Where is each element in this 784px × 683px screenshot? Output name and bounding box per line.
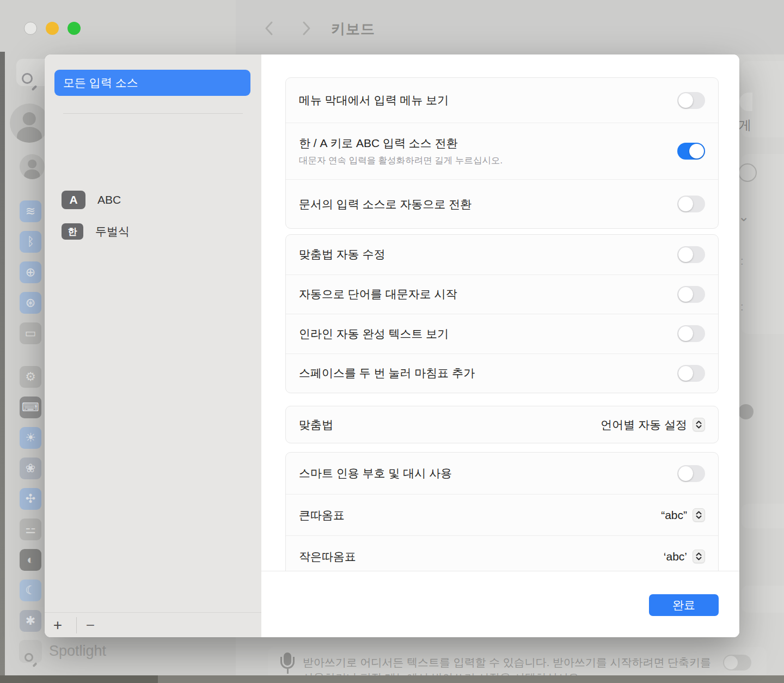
setting-label: 인라인 자동 완성 텍스트 보기: [299, 326, 449, 342]
done-button[interactable]: 완료: [649, 594, 719, 616]
background-chevron-fragment: ⌄: [738, 209, 749, 224]
hangul-badge-icon: 한: [62, 223, 83, 240]
han-a-key-switch-toggle[interactable]: [677, 143, 705, 160]
stepper-icon: [693, 550, 705, 563]
dialog-sidebar: 모든 입력 소스 A ABC 한 두벌식 + −: [45, 54, 261, 637]
screen: 키보드 ≋ ᛒ ⊕ ⊛ ▭ ⚙ ⌨ ☀ ❀ ✣ ⚍ ◐ ☾ ✱ Spotligh…: [0, 0, 784, 683]
gear-icon[interactable]: ⚙: [20, 366, 41, 388]
sidebar-bottom-bar: + −: [45, 612, 261, 637]
setting-label: 한 / A 키로 ABC 입력 소스 전환: [299, 136, 503, 151]
setting-label: 스마트 인용 부호 및 대시 사용: [299, 466, 452, 481]
input-sources-dialog: 모든 입력 소스 A ABC 한 두벌식 + −: [45, 54, 739, 637]
keyboard-icon[interactable]: ⌨: [20, 397, 41, 418]
background-knob-fragment: [738, 404, 754, 419]
setting-label: 큰따옴표: [299, 508, 345, 523]
dialog-scroll-area[interactable]: 메뉴 막대에서 입력 메뉴 보기 한 / A 키로 ABC 입력 소스 전환 대…: [261, 54, 739, 571]
user-avatar: [10, 103, 49, 143]
settings-group-smart-quotes: 스마트 인용 부호 및 대시 사용 큰따옴표 “abc” 작은따: [285, 452, 719, 571]
setting-row: 맞춤법 언어별 자동 설정: [286, 406, 718, 443]
family-avatar: [20, 154, 45, 179]
setting-label: 메뉴 막대에서 입력 메뉴 보기: [299, 93, 449, 108]
passwords-glyph: ✱: [26, 615, 35, 627]
wallpaper-icon[interactable]: ❀: [20, 458, 41, 479]
sidebar-item-label: 모든 입력 소스: [63, 75, 138, 90]
keyboard-glyph: ⌨: [22, 401, 39, 413]
show-input-menu-toggle[interactable]: [677, 92, 705, 109]
autocorrect-spelling-toggle[interactable]: [677, 246, 705, 263]
inline-predictions-toggle[interactable]: [677, 325, 705, 342]
accessibility-icon[interactable]: ✣: [20, 488, 41, 510]
spelling-select-value: 언어별 자동 설정: [601, 417, 687, 432]
smart-quotes-toggle[interactable]: [677, 465, 705, 482]
setting-row: 인라인 자동 완성 텍스트 보기: [286, 314, 718, 353]
add-input-source-button[interactable]: +: [46, 613, 70, 637]
background-dot-fragment: :: [740, 301, 744, 308]
single-quote-value: ‘abc’: [664, 550, 687, 563]
single-quote-select[interactable]: ‘abc’: [664, 550, 705, 563]
setting-row: 작은따옴표 ‘abc’: [286, 535, 718, 571]
network-glyph: ⊕: [26, 266, 35, 278]
passwords-icon[interactable]: ✱: [20, 610, 41, 632]
remove-input-source-button[interactable]: −: [78, 613, 102, 637]
input-source-label: 두벌식: [95, 224, 130, 239]
setting-label: 스페이스를 두 번 눌러 마침표 추가: [299, 365, 475, 381]
wifi-glyph: ≋: [26, 205, 35, 217]
accessibility-glyph: ✣: [26, 493, 35, 505]
setting-label: 맞춤법: [299, 417, 333, 432]
setting-row: 맞춤법 자동 수정: [286, 235, 718, 275]
global-input-icon[interactable]: ⊛: [20, 292, 41, 314]
auto-capitalize-toggle[interactable]: [677, 286, 705, 303]
bottom-window-edge-dark: [0, 675, 158, 683]
dictation-toggle[interactable]: [723, 655, 751, 670]
background-card-fragment: [742, 586, 784, 613]
network-icon[interactable]: ⊕: [20, 261, 41, 283]
screen-saver-icon[interactable]: ☾: [20, 580, 41, 601]
stepper-icon: [693, 508, 705, 522]
settings-group-input-menu: 메뉴 막대에서 입력 메뉴 보기 한 / A 키로 ABC 입력 소스 전환 대…: [285, 77, 719, 229]
spotlight-icon[interactable]: [19, 640, 42, 663]
setting-row: 한 / A 키로 ABC 입력 소스 전환 대문자 연속 입력을 활성화하려면 …: [286, 123, 718, 179]
setting-label: 자동으로 단어를 대문자로 시작: [299, 286, 457, 302]
back-chevron-icon[interactable]: [264, 21, 274, 36]
microphone-icon: [279, 652, 296, 678]
spelling-select[interactable]: 언어별 자동 설정: [601, 417, 705, 432]
background-dot-fragment: :: [740, 255, 744, 263]
sidebar-item-all-input-sources[interactable]: 모든 입력 소스: [54, 70, 250, 96]
desktop-edge: [0, 52, 5, 677]
zoom-button[interactable]: [68, 22, 81, 35]
auto-switch-document-toggle[interactable]: [677, 196, 705, 212]
minimize-button[interactable]: [46, 22, 59, 35]
bluetooth-icon[interactable]: ᛒ: [20, 231, 41, 253]
displays-icon[interactable]: ☀: [20, 427, 41, 449]
double-quote-value: “abc”: [661, 509, 687, 522]
screen-saver-glyph: ☾: [25, 584, 36, 596]
displays-glyph: ☀: [25, 432, 36, 444]
forward-chevron-icon[interactable]: [301, 21, 312, 36]
spotlight-label: Spotlight: [49, 643, 106, 660]
page-title: 키보드: [331, 20, 375, 39]
sidebar-item-abc[interactable]: A ABC: [45, 188, 261, 212]
setting-row: 스마트 인용 부호 및 대시 사용: [286, 453, 718, 494]
double-quote-select[interactable]: “abc”: [661, 508, 705, 522]
setting-row: 문서의 입력 소스로 자동으로 전환: [286, 179, 718, 228]
setting-label: 문서의 입력 소스로 자동으로 전환: [299, 197, 471, 212]
bluetooth-glyph: ᛒ: [27, 236, 34, 248]
double-space-period-toggle[interactable]: [677, 365, 705, 382]
dialog-footer: 완료: [261, 571, 739, 637]
gear-glyph: ⚙: [25, 371, 36, 383]
setting-row: 스페이스를 두 번 눌러 마침표 추가: [286, 353, 718, 393]
setting-row: 메뉴 막대에서 입력 메뉴 보기: [286, 78, 718, 123]
wifi-icon[interactable]: ≋: [20, 200, 41, 222]
setting-subtitle: 대문자 연속 입력을 활성화하려면 길게 누르십시오.: [299, 155, 503, 167]
close-button[interactable]: [24, 22, 37, 35]
battery-icon[interactable]: ▭: [20, 322, 41, 344]
setting-label: 작은따옴표: [299, 549, 356, 564]
global-input-glyph: ⊛: [26, 297, 35, 309]
sidebar-item-dubeolsik[interactable]: 한 두벌식: [45, 219, 261, 243]
settings-group-spelling: 맞춤법 언어별 자동 설정: [285, 406, 719, 443]
control-center-glyph: ⚍: [25, 523, 36, 535]
appearance-icon[interactable]: ◐: [20, 549, 41, 571]
control-center-icon[interactable]: ⚍: [20, 519, 41, 540]
settings-group-text-correction: 맞춤법 자동 수정 자동으로 단어를 대문자로 시작 인라인 자동 완성 텍스트…: [285, 234, 719, 393]
setting-label: 맞춤법 자동 수정: [299, 247, 385, 262]
